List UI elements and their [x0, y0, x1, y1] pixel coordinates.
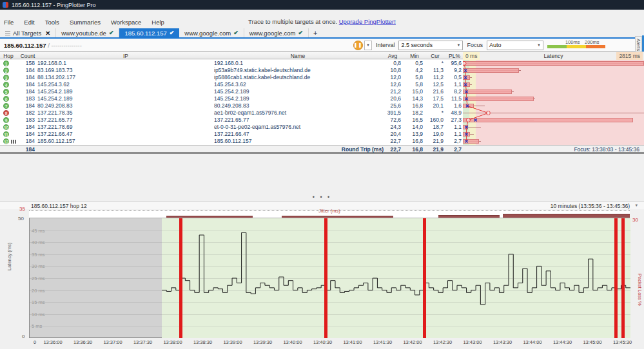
hop-name: ip5886cab1.static.kabel-deutschland.de [214, 74, 382, 81]
latency-cell [463, 95, 644, 102]
hop-pl: 1,1 [445, 131, 462, 138]
table-row[interactable]: 11184137.221.66.47137.221.66.4720,413,91… [0, 131, 644, 138]
hop-min: 16,8 [404, 138, 423, 145]
trace-grid-rows: 1158192.168.0.1192.168.0.10,80,5*95,6218… [0, 60, 644, 145]
hop-min: 14,0 [404, 124, 423, 131]
latency-axis-label: Latency (ms) [6, 243, 12, 270]
target-address[interactable]: 185.60.112.157 / --------------- [4, 42, 82, 49]
gridline [30, 231, 630, 231]
hop-ip: 137.221.78.69 [37, 124, 210, 131]
table-row[interactable]: 218483.169.183.73ip53a9b749.static.kabel… [0, 67, 644, 74]
latency-cell [463, 124, 644, 131]
hop-ip: 185.60.112.157 [37, 138, 210, 145]
pane-splitter[interactable]: • • • [0, 194, 644, 201]
chevron-down-icon: ▾ [635, 203, 638, 208]
new-target-button[interactable]: + [309, 28, 322, 37]
col-avg[interactable]: Avg [383, 53, 402, 59]
hop-cur: * [424, 60, 444, 67]
time-tick-label: 13:36:30 [69, 339, 97, 345]
latency-cell [463, 81, 644, 88]
tab-label: www.google.com [184, 30, 231, 37]
tab-www-youtube-de[interactable]: www.youtube.de✔ [56, 28, 119, 37]
hop-ip: 137.221.78.35 [37, 109, 210, 117]
col-cur[interactable]: Cur [425, 53, 445, 59]
hop-pl: 8,2 [445, 88, 462, 95]
tab-www-google-com[interactable]: www.google.com✔ [179, 28, 244, 37]
pause-dropdown[interactable]: ▼ [364, 41, 372, 50]
table-row[interactable]: 4184145.254.3.62145.254.3.6212,65,812,51… [0, 81, 644, 88]
table-row[interactable]: 6183145.254.2.189145.254.2.18920,614,317… [0, 95, 644, 102]
packet-loss-bar [621, 218, 625, 338]
check-icon: ✔ [298, 30, 303, 36]
table-row[interactable]: 9183137.221.65.77137.221.65.7772,616,516… [0, 117, 644, 124]
check-icon: ✔ [233, 30, 239, 36]
focus-select[interactable]: Auto▼ [487, 41, 543, 50]
packet-loss-bar [324, 218, 327, 338]
hop-cur: 17,5 [424, 95, 444, 102]
table-row[interactable]: 8182137.221.78.35ae1-br02-eqam1.as57976.… [0, 109, 644, 117]
jitter-axis-max: 35 [19, 206, 25, 212]
table-row[interactable]: 318488.134.202.177ip5886cab1.static.kabe… [0, 74, 644, 81]
hop-count: 184 [14, 131, 35, 138]
hop-avg: 21,2 [371, 88, 401, 95]
col-name[interactable]: Name [213, 53, 383, 59]
latency-scale-header: 0 ms Latency 2815 ms [463, 52, 644, 60]
hop-min: 0,5 [404, 60, 423, 67]
hop-cur: 18,7 [424, 124, 444, 131]
title-bar[interactable]: 185.60.112.157 - PingPlotter Pro [0, 0, 644, 10]
hop-ip: 80.249.208.83 [37, 102, 210, 109]
col-pl[interactable]: PL% [446, 53, 463, 59]
trace-toolbar: 185.60.112.157 / --------------- ❚❚ ▼ In… [0, 39, 644, 52]
pause-button[interactable]: ❚❚ [353, 41, 363, 50]
hop-min: 15,0 [404, 88, 423, 95]
time-tick-label: 13:44:30 [549, 339, 577, 345]
table-row[interactable]: 5184145.254.2.189145.254.2.18921,215,021… [0, 88, 644, 95]
table-row[interactable]: 1158192.168.0.1192.168.0.10,80,5*95,6 [0, 60, 644, 67]
tab-www-google-com[interactable]: www.google.com✔ [244, 28, 309, 37]
hop-pl: 48,9 [445, 109, 462, 117]
interval-select[interactable]: 2.5 seconds▼ [398, 41, 463, 50]
table-row[interactable]: 10184137.221.78.69et-0-0-31-pe02-eqam1.a… [0, 124, 644, 131]
hop-name: 185.60.112.157 [214, 138, 382, 145]
hop-badge: 9 [3, 117, 9, 123]
pingplotter-window: 185.60.112.157 - PingPlotter Pro FileEdi… [0, 0, 644, 349]
tab-all-targets[interactable]: All Targets✕ [0, 28, 56, 37]
hop-name: ip53a9b749.static.kabel-deutschland.de [214, 67, 382, 74]
col-hop[interactable]: Hop [0, 53, 17, 59]
table-row[interactable]: 12184185.60.112.157185.60.112.15722,716,… [0, 138, 644, 145]
latency-axis-max: 50 [18, 216, 24, 222]
jitter-strip[interactable]: Jitter (ms) [29, 210, 630, 218]
hop-cur: 11,2 [424, 74, 444, 81]
window-title: 185.60.112.157 - PingPlotter Pro [12, 2, 95, 8]
tab-label: All Targets [13, 30, 41, 37]
time-tick-label: 13:39:00 [219, 339, 247, 345]
hop-pl: 1,6 [445, 102, 462, 109]
hop-count: 184 [14, 67, 35, 74]
col-min[interactable]: Min [405, 53, 424, 59]
gridline-label: 30 ms [32, 263, 44, 269]
gridline-label: 40 ms [32, 240, 44, 245]
app-icon [3, 2, 8, 8]
latency-cell [463, 60, 644, 67]
tab-185-60-112-157[interactable]: 185.60.112.157✔ [119, 28, 179, 37]
round-trip-label: Round Trip (ms) [284, 146, 384, 153]
hop-cur: 21,6 [424, 88, 444, 95]
close-icon[interactable]: ✕ [45, 30, 50, 37]
gridline [30, 314, 630, 315]
hop-count: 184 [14, 124, 35, 131]
timeline-graph[interactable]: 45 ms40 ms35 ms30 ms25 ms20 ms15 ms10 ms… [29, 218, 630, 338]
latency-cell [463, 131, 644, 138]
gridline [30, 290, 630, 291]
hop-count: 184 [14, 138, 35, 145]
hop-name: 192.168.0.1 [214, 60, 382, 67]
table-row[interactable]: 718480.249.208.8380.249.208.8325,616,820… [0, 102, 644, 109]
round-trip-count: 184 [14, 146, 35, 153]
loss-axis-label: Packet Loss % [637, 274, 643, 306]
time-tick-label: 13:41:30 [369, 339, 397, 345]
gridline [30, 326, 630, 326]
upgrade-link[interactable]: Upgrade PingPlotter! [339, 18, 396, 25]
latency-range-bar [463, 90, 512, 94]
col-ip[interactable]: IP [39, 53, 213, 59]
col-count[interactable]: Count [17, 53, 39, 59]
time-axis-labels: 13:36:0013:36:3013:37:0013:37:3013:38:00… [0, 339, 644, 347]
